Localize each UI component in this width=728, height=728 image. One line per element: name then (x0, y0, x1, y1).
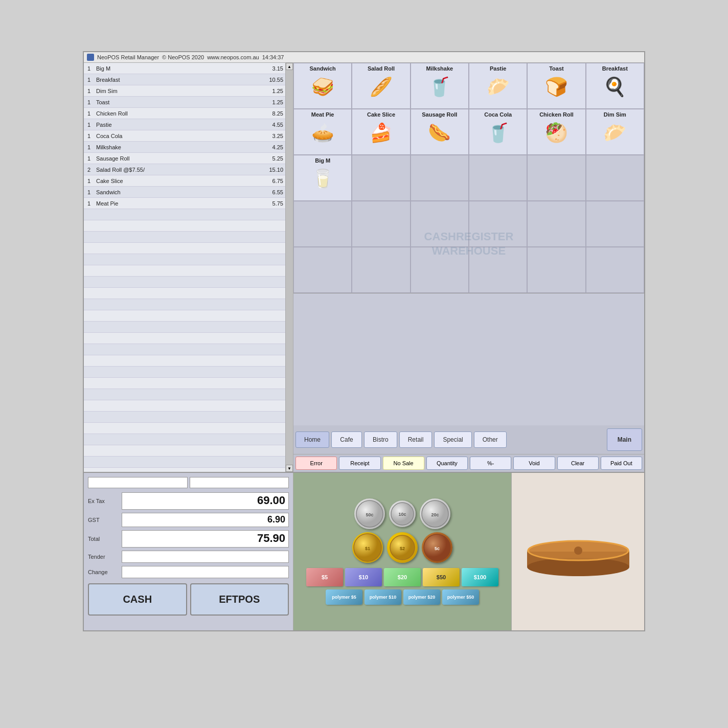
order-name: Sandwich (94, 189, 255, 195)
cat-btn-other[interactable]: Other (474, 431, 507, 448)
note-50[interactable]: $50 (423, 568, 460, 586)
product-cell-milkshake[interactable]: Milkshake 🥤 (411, 63, 469, 109)
eftpos-button[interactable]: EFTPOS (190, 583, 289, 616)
order-qty: 1 (84, 99, 94, 105)
order-row[interactable]: 1 Milkshake 4.25 (84, 142, 285, 153)
poly-note-3[interactable]: polymer $20 (403, 589, 440, 605)
order-name: Sausage Roll (94, 155, 255, 162)
top-input-2[interactable] (190, 477, 289, 488)
order-row-empty (84, 344, 285, 355)
product-cell-empty (411, 201, 469, 247)
note-10[interactable]: $10 (345, 568, 382, 586)
order-row[interactable]: 1 Breakfast 10.55 (84, 74, 285, 85)
order-qty: 1 (84, 77, 94, 83)
order-row[interactable]: 1 Dim Sim 1.25 (84, 85, 285, 97)
product-label: Salad Roll (368, 65, 395, 72)
cash-button[interactable]: CASH (88, 583, 187, 616)
product-cell-chicken-roll[interactable]: Chicken Roll 🥙 (527, 109, 585, 155)
act-btn-nosale[interactable]: No Sale (383, 457, 424, 470)
order-price: 10.55 (255, 77, 285, 83)
note-100[interactable]: $100 (462, 568, 498, 586)
coin-20c[interactable]: 20c (420, 498, 450, 529)
food-emoji: 🥟 (487, 78, 510, 96)
product-cell-sandwich[interactable]: Sandwich 🥪 (293, 63, 352, 109)
act-btn-paidout[interactable]: Paid Out (601, 457, 642, 470)
order-qty: 1 (84, 122, 94, 128)
order-name: Coca Cola (94, 133, 255, 139)
product-cell-cake-slice[interactable]: Cake Slice 🍰 (352, 109, 410, 155)
cat-btn-main[interactable]: Main (607, 428, 642, 451)
order-row-empty (84, 400, 285, 412)
product-cell-breakfast[interactable]: Breakfast 🍳 (586, 63, 644, 109)
note-20[interactable]: $20 (384, 568, 421, 586)
act-btn-receipt[interactable]: Receipt (339, 457, 380, 470)
svg-text:5c: 5c (435, 546, 440, 551)
product-label: Chicken Roll (539, 111, 574, 118)
order-row[interactable]: 1 Toast 1.25 (84, 97, 285, 108)
act-btn-quantity[interactable]: Quantity (426, 457, 468, 470)
svg-text:10c: 10c (398, 512, 406, 517)
order-row[interactable]: 1 Chicken Roll 8.25 (84, 108, 285, 119)
change-input[interactable] (122, 566, 289, 578)
tender-input[interactable] (122, 551, 289, 563)
order-row[interactable]: 2 Salad Roll @$7.55/ 15.10 (84, 164, 285, 175)
act-btn-clear[interactable]: Clear (557, 457, 599, 470)
product-cell-salad-roll[interactable]: Salad Roll 🥖 (352, 63, 410, 109)
cat-btn-special[interactable]: Special (434, 431, 471, 448)
order-panel: 1 Big M 3.15 1 Breakfast 10.55 1 Dim Sim… (84, 63, 293, 472)
product-cell-dim-sim[interactable]: Dim Sim 🥟 (586, 109, 644, 155)
product-preview (511, 473, 644, 630)
copyright: © NeoPOS 2020 (162, 54, 204, 60)
svg-text:20c: 20c (431, 512, 439, 517)
poly-note-2[interactable]: polymer $10 (365, 589, 401, 605)
order-row[interactable]: 1 Pastie 4.55 (84, 119, 285, 130)
order-row-empty (84, 322, 285, 333)
order-name: Chicken Roll (94, 110, 255, 117)
product-cell-pastie[interactable]: Pastie 🥟 (469, 63, 527, 109)
product-cell-sausage-roll[interactable]: Sausage Roll 🌭 (411, 109, 469, 155)
act-btn-percent[interactable]: %- (470, 457, 511, 470)
cat-btn-bistro[interactable]: Bistro (364, 431, 397, 448)
poly-note-1[interactable]: polymer $5 (326, 589, 362, 605)
food-emoji: 🍰 (370, 124, 393, 142)
order-row[interactable]: 1 Sandwich 6.55 (84, 187, 285, 198)
food-emoji: 🥪 (311, 78, 334, 96)
product-cell-big-m[interactable]: Big M 🥛 (293, 155, 352, 201)
product-cell-empty (352, 155, 410, 201)
product-image: 🥤 (422, 73, 458, 101)
act-btn-error[interactable]: Error (295, 457, 337, 470)
cat-btn-retail[interactable]: Retail (399, 431, 433, 448)
coin-50c[interactable]: 50c (354, 498, 385, 529)
cat-btn-cafe[interactable]: Cafe (331, 431, 362, 448)
food-emoji: 🌭 (428, 124, 451, 142)
product-cell-empty (411, 247, 469, 293)
order-name: Toast (94, 99, 255, 105)
order-row[interactable]: 1 Sausage Roll 5.25 (84, 153, 285, 164)
coin-10c[interactable]: 10c (389, 500, 416, 527)
poly-note-4[interactable]: polymer $50 (442, 589, 479, 605)
coin-2d[interactable]: $2 (387, 532, 418, 563)
act-btn-void[interactable]: Void (513, 457, 555, 470)
order-row[interactable]: 1 Big M 3.15 (84, 63, 285, 74)
scroll-down[interactable]: ▼ (286, 465, 293, 472)
product-cell-coca-cola[interactable]: Coca Cola 🥤 (469, 109, 527, 155)
order-qty: 1 (84, 110, 94, 117)
food-emoji: 🥟 (603, 124, 626, 142)
svg-text:$2: $2 (400, 546, 405, 551)
product-cell-toast[interactable]: Toast 🍞 (527, 63, 585, 109)
product-cell-meat-pie[interactable]: Meat Pie 🥧 (293, 109, 352, 155)
cat-btn-home[interactable]: Home (295, 431, 329, 448)
order-row[interactable]: 1 Coca Cola 3.25 (84, 130, 285, 142)
order-price: 8.25 (255, 110, 285, 117)
coin-5c[interactable]: 5c (422, 532, 452, 563)
order-row-empty (84, 310, 285, 322)
top-input-1[interactable] (88, 477, 188, 488)
product-label: Breakfast (602, 65, 628, 72)
order-row-empty (84, 378, 285, 389)
scroll-up[interactable]: ▲ (286, 63, 293, 70)
order-row[interactable]: 1 Meat Pie 5.75 (84, 198, 285, 209)
order-row[interactable]: 1 Cake Slice 6.75 (84, 175, 285, 187)
note-5[interactable]: $5 (306, 568, 343, 586)
coin-1d[interactable]: $1 (352, 532, 383, 563)
total-label: Total (88, 536, 119, 542)
